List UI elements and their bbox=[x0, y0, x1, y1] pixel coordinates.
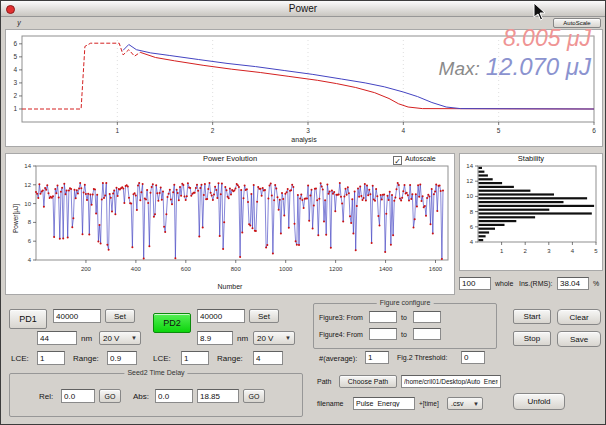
max-label: Max: bbox=[439, 58, 480, 79]
lce1-field[interactable] bbox=[37, 351, 65, 365]
pd2-set-button[interactable]: Set bbox=[249, 309, 279, 323]
svg-text:4: 4 bbox=[571, 248, 575, 254]
pd2-nm-label: nm bbox=[237, 334, 248, 343]
path-label: Path bbox=[317, 378, 331, 385]
filename-field[interactable] bbox=[353, 397, 415, 410]
pd1-button[interactable]: PD1 bbox=[9, 309, 47, 329]
start-button[interactable]: Start bbox=[513, 309, 551, 324]
lce2-label: LCE: bbox=[153, 354, 171, 363]
save-button[interactable]: Save bbox=[557, 331, 601, 347]
range2-field[interactable] bbox=[253, 351, 283, 365]
fig3-to-field[interactable] bbox=[413, 311, 441, 323]
range1-field[interactable] bbox=[107, 351, 137, 365]
svg-text:6: 6 bbox=[470, 224, 474, 230]
lce2-field[interactable] bbox=[181, 351, 209, 365]
titlebar: Power bbox=[1, 1, 605, 17]
rel-delay-field[interactable] bbox=[61, 389, 95, 403]
svg-text:2: 2 bbox=[524, 248, 528, 254]
svg-text:4: 4 bbox=[28, 257, 32, 263]
autoscale-checkbox-label: Autoscale bbox=[405, 155, 436, 162]
svg-text:3: 3 bbox=[306, 127, 310, 134]
svg-text:1: 1 bbox=[13, 105, 17, 112]
pd2-gain-field[interactable] bbox=[197, 309, 245, 323]
fig2-threshold-label: Fig.2 Threshold: bbox=[397, 354, 447, 361]
svg-text:1200: 1200 bbox=[329, 266, 343, 272]
svg-text:14: 14 bbox=[24, 163, 31, 169]
fig3-to-label: to bbox=[401, 314, 407, 321]
average-field[interactable] bbox=[365, 351, 389, 364]
svg-text:10: 10 bbox=[466, 193, 473, 199]
average-label: #(average): bbox=[319, 354, 357, 363]
svg-text:200: 200 bbox=[81, 266, 92, 272]
rms-unit-label: % bbox=[593, 280, 599, 287]
svg-text:800: 800 bbox=[231, 266, 242, 272]
svg-text:1400: 1400 bbox=[379, 266, 393, 272]
rms-value-field[interactable] bbox=[557, 277, 589, 290]
svg-text:6: 6 bbox=[28, 238, 32, 244]
pd1-gain-field[interactable] bbox=[53, 309, 101, 323]
clear-button[interactable]: Clear bbox=[557, 309, 601, 325]
fig4-from-field[interactable] bbox=[369, 328, 397, 340]
stability-title: Stability bbox=[459, 154, 603, 163]
svg-text:1: 1 bbox=[116, 127, 120, 134]
range2-label: Range: bbox=[217, 354, 243, 363]
figure-configure-title: Figure configure bbox=[377, 299, 434, 306]
whole-label: whole bbox=[495, 280, 513, 287]
pd2-wavelength-field[interactable] bbox=[197, 331, 233, 345]
stability-panel: 12345468101214 bbox=[459, 153, 603, 271]
stability-chart: 12345468101214 bbox=[460, 154, 602, 270]
fig3-from-field[interactable] bbox=[369, 311, 397, 323]
stop-button[interactable]: Stop bbox=[513, 331, 551, 346]
pd1-nm-label: nm bbox=[81, 334, 92, 343]
svg-text:2: 2 bbox=[211, 127, 215, 134]
abs-position-field[interactable] bbox=[197, 389, 239, 403]
svg-text:4: 4 bbox=[13, 66, 17, 73]
pd2-range-dropdown[interactable]: 20 V▼ bbox=[253, 331, 295, 345]
abs-delay-field[interactable] bbox=[155, 389, 193, 403]
rel-go-button[interactable]: GO bbox=[99, 389, 121, 403]
fig2-threshold-field[interactable] bbox=[461, 351, 485, 364]
chevron-down-icon: ▼ bbox=[131, 335, 137, 341]
svg-text:10: 10 bbox=[24, 201, 31, 207]
pd1-set-button[interactable]: Set bbox=[105, 309, 135, 323]
max-energy-readout: Max:12.070 μJ bbox=[439, 53, 591, 81]
whole-count-field[interactable] bbox=[459, 277, 491, 290]
svg-text:1000: 1000 bbox=[279, 266, 293, 272]
svg-text:1: 1 bbox=[500, 248, 504, 254]
chevron-down-icon: ▼ bbox=[473, 401, 479, 407]
pd1-range-dropdown[interactable]: 20 V▼ bbox=[99, 331, 141, 345]
lce1-label: LCE: bbox=[11, 354, 29, 363]
choose-path-button[interactable]: Choose Path bbox=[339, 375, 397, 388]
filename-suffix-label: +[time] bbox=[419, 400, 439, 407]
svg-text:3: 3 bbox=[547, 248, 551, 254]
rel-label: Rel: bbox=[39, 392, 53, 401]
rms-label: Ins.(RMS): bbox=[519, 280, 552, 287]
abs-go-button[interactable]: GO bbox=[243, 389, 265, 403]
path-field[interactable] bbox=[401, 375, 501, 388]
evolution-xlabel: Number bbox=[5, 283, 455, 290]
svg-text:4: 4 bbox=[402, 127, 406, 134]
top-chart-xlabel: analysis bbox=[5, 136, 603, 143]
svg-text:12: 12 bbox=[466, 178, 473, 184]
power-evolution-panel: 2004006008001000120014001600468101214 bbox=[5, 153, 455, 295]
extension-dropdown[interactable]: .csv▼ bbox=[447, 397, 483, 410]
record-indicator-icon bbox=[6, 5, 15, 14]
power-window: Power AutoScale 123456123456 analysis y … bbox=[0, 0, 606, 425]
pd1-wavelength-field[interactable] bbox=[37, 331, 77, 345]
unfold-button[interactable]: Unfold bbox=[513, 393, 565, 410]
figure-configure-panel: Figure configure bbox=[313, 303, 497, 349]
svg-text:400: 400 bbox=[131, 266, 142, 272]
fig4-to-label: to bbox=[401, 331, 407, 338]
top-chart-ylabel: y bbox=[13, 19, 25, 26]
abs-label: Abs: bbox=[133, 392, 149, 401]
svg-text:8: 8 bbox=[28, 219, 32, 225]
svg-text:4: 4 bbox=[470, 239, 474, 245]
svg-text:6: 6 bbox=[592, 127, 596, 134]
svg-text:6: 6 bbox=[13, 40, 17, 47]
autoscale-checkbox[interactable]: ✓ bbox=[393, 156, 402, 165]
svg-text:5: 5 bbox=[13, 53, 17, 60]
fig4-to-field[interactable] bbox=[413, 328, 441, 340]
svg-text:3: 3 bbox=[13, 79, 17, 86]
pd2-button[interactable]: PD2 bbox=[153, 313, 191, 333]
svg-text:1600: 1600 bbox=[429, 266, 443, 272]
